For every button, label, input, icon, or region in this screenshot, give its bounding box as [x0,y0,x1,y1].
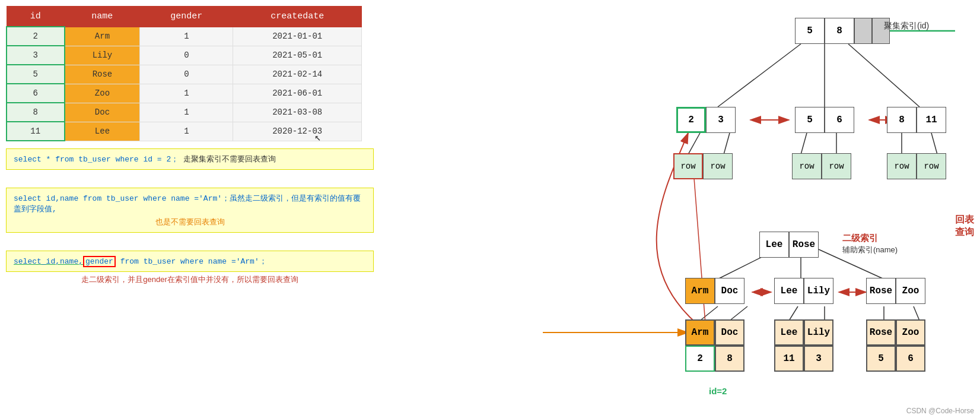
sec-leaf-mid: Lee Lily 11 3 [774,319,833,372]
cell-name: Lee [65,122,140,141]
cell-id: 2 [7,27,65,46]
cell-createdate: 2021-06-01 [233,84,362,103]
svg-line-24 [789,306,798,321]
sec-l1-right: Rose Zoo [866,278,925,304]
sec-leaf-rose: Rose [866,319,896,346]
clustered-index-label: 聚集索引(id) [884,21,929,31]
svg-line-5 [718,44,801,107]
back-table-label: 回表 查询 [955,214,979,239]
sec-leaf-left: Arm Doc 2 8 [685,319,744,372]
cell-createdate: 2021-02-14 [233,65,362,84]
sec-cell-zoo: Zoo [896,278,925,304]
cell-id: 3 [7,46,65,65]
sec-cell-lee: Lee [774,278,804,304]
col-id: id [7,7,65,27]
sec-cell-doc: Doc [715,278,744,304]
cell-8: 8 [887,107,917,133]
right-section: 5 8 聚集索引(id) 2 3 5 6 8 11 row row row ro… [386,0,979,418]
query-3-suffix: from tb_user where name ='Arm'； [116,257,267,266]
cell-id: 5 [7,65,65,84]
sec-leaf-lily: Lily [804,319,833,346]
leaf-row-5: row [887,153,917,179]
cell-gender: 1 [140,27,233,46]
sec-l1-left: Arm Doc [685,278,744,304]
sec-root-rose: Rose [789,232,819,258]
cell-createdate: 2020-12-03 [233,122,362,141]
clustered-leaf-mid: row row [792,153,851,179]
cell-name: Lily [65,46,140,65]
clustered-l1-right: 8 11 [887,107,946,133]
col-name: name [65,7,140,27]
cell-name: Rose [65,65,140,84]
sec-l1-mid: Lee Lily [774,278,833,304]
sec-leaf-zoo: Zoo [896,319,925,346]
clustered-leaf-left: row row [673,153,733,179]
secondary-index-label1: 二级索引 [842,233,878,244]
clustered-root-node: 5 8 [795,18,890,44]
svg-line-7 [848,44,919,107]
root-cell-8: 8 [825,18,854,44]
query-box-1: select * from tb_user where id = 2； 走聚集索… [6,148,374,170]
cell-createdate: 2021-03-08 [233,103,362,122]
cell-name: Zoo [65,84,140,103]
svg-line-11 [724,133,730,154]
root-cell-5: 5 [795,18,825,44]
svg-line-27 [914,306,919,321]
cell-6: 6 [825,107,854,133]
svg-line-10 [688,133,700,154]
sec-cell-lily: Lily [804,278,833,304]
root-cell-gray1 [854,18,872,44]
cell-id: 6 [7,84,65,103]
cell-createdate: 2021-05-01 [233,46,362,65]
clustered-leaf-right: row row [887,153,946,179]
leaf-row-4: row [822,153,851,179]
cell-gender: 0 [140,65,233,84]
query-3-prefix: select_id,name, [14,257,83,266]
sec-root-lee: Lee [759,232,789,258]
query-box-3: select_id,name,gender from tb_user where… [6,251,374,272]
cell-3: 3 [706,107,736,133]
secondary-root-node: Lee Rose [759,232,819,258]
sec-leaf-id11: 11 [774,346,804,372]
cell-gender: 1 [140,84,233,103]
sec-leaf-id3: 3 [804,346,833,372]
svg-line-22 [700,306,718,321]
svg-line-15 [931,133,937,154]
cell-5: 5 [795,107,825,133]
sec-leaf-doc: Doc [715,319,744,346]
data-table: id name gender createdate 2Arm12021-01-0… [6,6,362,141]
cell-gender: 1 [140,122,233,141]
id2-label: id=2 [709,386,727,396]
cell-11: 11 [917,107,946,133]
query-2-text: select id,name from tb_user where name =… [14,194,361,214]
sec-cell-rose: Rose [866,278,896,304]
sec-leaf-arm: Arm [685,319,715,346]
cell-createdate: 2021-01-01 [233,27,362,46]
cell-gender: 1 [140,103,233,122]
sec-cell-arm: Arm [685,278,715,304]
cell-name: Doc [65,103,140,122]
left-section: id name gender createdate 2Arm12021-01-0… [6,6,374,285]
svg-line-23 [730,306,747,321]
sec-leaf-id2: 2 [685,346,715,372]
clustered-l1-mid: 5 6 [795,107,854,133]
cell-id: 8 [7,103,65,122]
query-3-box: gender [83,256,116,267]
cursor: ↖ [314,131,321,144]
sec-leaf-id5: 5 [866,346,896,372]
col-gender: gender [140,7,233,27]
leaf-row-3: row [792,153,822,179]
cell-id: 11 [7,122,65,141]
sec-leaf-id8: 8 [715,346,744,372]
watermark: CSDN @Code-Horse [906,407,974,415]
leaf-row-2: row [703,153,733,179]
svg-line-12 [801,133,807,154]
cell-gender: 0 [140,46,233,65]
cell-name: Arm [65,27,140,46]
sec-leaf-right: Rose Zoo 5 6 [866,319,925,372]
secondary-index-label2: 辅助索引(name) [842,245,898,255]
query-box-2: select id,name from tb_user where name =… [6,188,374,233]
svg-line-28 [694,178,706,331]
query-2-note: 也是不需要回表查询 [14,217,366,227]
clustered-l1-left: 2 3 [676,107,736,133]
